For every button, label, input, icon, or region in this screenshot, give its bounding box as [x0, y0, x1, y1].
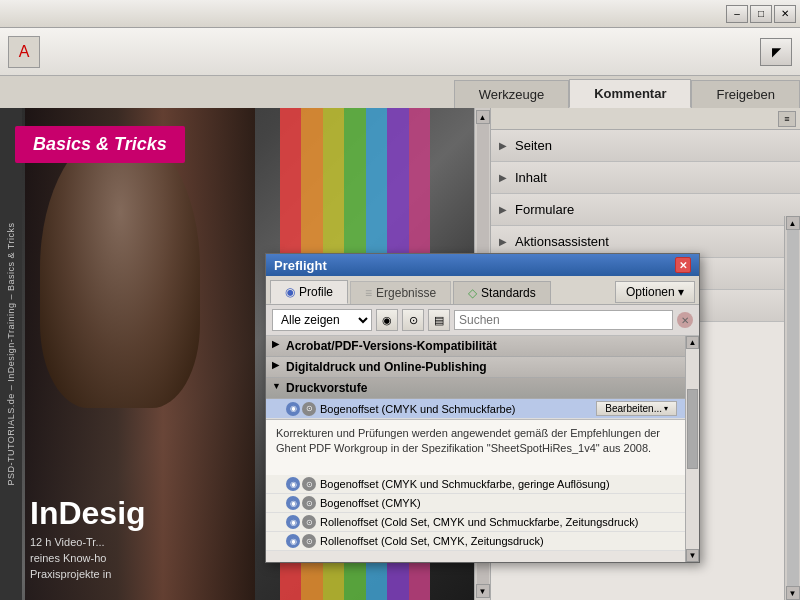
options-button-label: Optionen ▾ [626, 285, 684, 299]
item-label-rollenoffset-2: Rollenoffset (Cold Set, CMYK, Zeitungsdr… [320, 535, 677, 547]
item-label-bogenoffset: Bogenoffset (CMYK und Schmuckfarbe) [320, 403, 596, 415]
ergebnisse-tab-label: Ergebnisse [376, 286, 436, 300]
accordion-header-inhalt[interactable]: ▶ Inhalt [491, 162, 800, 193]
item-edit-label: Bearbeiten... [605, 403, 662, 414]
dialog-scroll-down[interactable]: ▼ [686, 549, 699, 562]
tab-kommentar[interactable]: Kommentar [569, 79, 691, 108]
category-label-druckvorstufe: Druckvorstufe [286, 381, 367, 395]
search-input[interactable] [454, 310, 673, 330]
accordion-label-inhalt: Inhalt [515, 170, 547, 185]
minimize-button[interactable]: – [726, 5, 748, 23]
tab-ergebnisse[interactable]: ≡ Ergebnisse [350, 281, 451, 304]
accordion-arrow-aktionsassistent: ▶ [499, 236, 507, 247]
accordion-header-seiten[interactable]: ▶ Seiten [491, 130, 800, 161]
item-icons-selected: ◉ ⊙ [286, 402, 316, 416]
category-label-acrobat: Acrobat/PDF-Versions-Kompatibilität [286, 339, 497, 353]
item-icon-grey-2: ⊙ [302, 477, 316, 491]
expand-icon: ◤ [772, 45, 781, 59]
scroll-up-arrow[interactable]: ▲ [476, 110, 490, 124]
options-button[interactable]: Optionen ▾ [615, 281, 695, 303]
ergebnisse-tab-icon: ≡ [365, 286, 372, 300]
icon-list: ▤ [434, 314, 444, 327]
category-arrow-druckvorstufe: ▼ [272, 381, 281, 391]
accordion-seiten: ▶ Seiten [491, 130, 800, 162]
accordion-inhalt: ▶ Inhalt [491, 162, 800, 194]
item-icon-blue-5: ◉ [286, 534, 300, 548]
item-edit-button[interactable]: Bearbeiten... ▾ [596, 401, 677, 416]
dialog-tabs: ◉ Profile ≡ Ergebnisse ◇ Standards Optio… [266, 276, 699, 305]
icon-edit: ⊙ [409, 314, 418, 327]
search-clear-button[interactable]: ✕ [677, 312, 693, 328]
item-icon-blue-1: ◉ [286, 402, 300, 416]
book-spine: PSD-TUTORIALS.de – InDesign-Training – B… [0, 108, 22, 600]
accordion-arrow-seiten: ▶ [499, 140, 507, 151]
right-panel-scrollbar[interactable]: ▲ ▼ [784, 216, 800, 600]
accordion-arrow-inhalt: ▶ [499, 172, 507, 183]
accordion-label-aktionsassistent: Aktionsassistent [515, 234, 609, 249]
dialog-scroll-thumb [687, 389, 698, 469]
icon-new: ◉ [382, 314, 392, 327]
item-icon-grey-4: ⊙ [302, 515, 316, 529]
category-acrobat[interactable]: ▶ Acrobat/PDF-Versions-Kompatibilität [266, 336, 685, 357]
category-druckvorstufe[interactable]: ▼ Druckvorstufe [266, 378, 685, 399]
tab-profile[interactable]: ◉ Profile [270, 280, 348, 304]
maximize-button[interactable]: □ [750, 5, 772, 23]
tab-werkzeuge[interactable]: Werkzeuge [454, 80, 570, 108]
item-icon-blue-4: ◉ [286, 515, 300, 529]
category-label-digitaldruck: Digitaldruck und Online-Publishing [286, 360, 487, 374]
toolbar-icon-btn-3[interactable]: ▤ [428, 309, 450, 331]
item-icon-blue-2: ◉ [286, 477, 300, 491]
woman-silhouette [40, 128, 200, 408]
accordion-arrow-formulare: ▶ [499, 204, 507, 215]
main-navigation: Werkzeuge Kommentar Freigeben [0, 76, 800, 108]
list-item-rollenoffset-1[interactable]: ◉ ⊙ Rollenoffset (Cold Set, CMYK und Sch… [266, 513, 685, 532]
item-icon-blue-3: ◉ [286, 496, 300, 510]
dialog-close-button[interactable]: ✕ [675, 257, 691, 273]
expand-panel-button[interactable]: ◤ [760, 38, 792, 66]
item-label-bogenoffset-cmyk: Bogenoffset (CMYK) [320, 497, 677, 509]
right-scroll-down[interactable]: ▼ [786, 586, 800, 600]
list-item-bogenoffset-cmyk[interactable]: ◉ ⊙ Bogenoffset (CMYK) [266, 494, 685, 513]
accordion-label-formulare: Formulare [515, 202, 574, 217]
window-controls: – □ ✕ [726, 5, 796, 23]
toolbar-icon-btn-2[interactable]: ⊙ [402, 309, 424, 331]
accordion-label-seiten: Seiten [515, 138, 552, 153]
item-label-bogenoffset-lowres: Bogenoffset (CMYK und Schmuckfarbe, geri… [320, 478, 677, 490]
list-item-bogenoffset-lowres[interactable]: ◉ ⊙ Bogenoffset (CMYK und Schmuckfarbe, … [266, 475, 685, 494]
item-label-rollenoffset-1: Rollenoffset (Cold Set, CMYK und Schmuck… [320, 516, 677, 528]
preflight-dialog: Preflight ✕ ◉ Profile ≡ Ergebnisse ◇ Sta… [265, 253, 700, 563]
item-description-text: Korrekturen und Prüfungen werden angewen… [276, 427, 660, 454]
app-logo: A [8, 36, 40, 68]
filter-select[interactable]: Alle zeigen [272, 309, 372, 331]
close-button[interactable]: ✕ [774, 5, 796, 23]
dialog-scrollbar[interactable]: ▲ ▼ [685, 336, 699, 562]
accordion-header-formulare[interactable]: ▶ Formulare [491, 194, 800, 225]
tab-freigeben[interactable]: Freigeben [691, 80, 800, 108]
dialog-scroll-up[interactable]: ▲ [686, 336, 699, 349]
item-icons-3: ◉ ⊙ [286, 496, 316, 510]
list-item-rollenoffset-2[interactable]: ◉ ⊙ Rollenoffset (Cold Set, CMYK, Zeitun… [266, 532, 685, 551]
right-scroll-up[interactable]: ▲ [786, 216, 800, 230]
tab-standards[interactable]: ◇ Standards [453, 281, 551, 304]
book-subtitle-2: reines Know-ho [30, 552, 146, 564]
logo-icon: A [19, 43, 30, 61]
item-icon-grey-5: ⊙ [302, 534, 316, 548]
dialog-toolbar: Alle zeigen ◉ ⊙ ▤ ✕ [266, 305, 699, 336]
book-subtitle-1: 12 h Video-Tr... [30, 536, 146, 548]
standards-tab-label: Standards [481, 286, 536, 300]
content-area: PSD-TUTORIALS.de – InDesign-Training – B… [0, 108, 800, 600]
list-item-bogenoffset-selected[interactable]: ◉ ⊙ Bogenoffset (CMYK und Schmuckfarbe) … [266, 399, 685, 419]
book-main-title: InDesig [30, 495, 146, 532]
window-titlebar: – □ ✕ [0, 0, 800, 28]
book-title-badge: Basics & Tricks [15, 126, 185, 163]
item-edit-chevron: ▾ [664, 404, 668, 413]
scroll-down-arrow[interactable]: ▼ [476, 584, 490, 598]
panel-options-button[interactable]: ≡ [778, 111, 796, 127]
list-content: ▶ Acrobat/PDF-Versions-Kompatibilität ▶ … [266, 336, 685, 562]
book-subtitle-3: Praxisprojekte in [30, 568, 146, 580]
toolbar-icon-btn-1[interactable]: ◉ [376, 309, 398, 331]
standards-tab-icon: ◇ [468, 286, 477, 300]
dialog-list: ▶ Acrobat/PDF-Versions-Kompatibilität ▶ … [266, 336, 699, 562]
item-icons-4: ◉ ⊙ [286, 515, 316, 529]
category-digitaldruck[interactable]: ▶ Digitaldruck und Online-Publishing [266, 357, 685, 378]
